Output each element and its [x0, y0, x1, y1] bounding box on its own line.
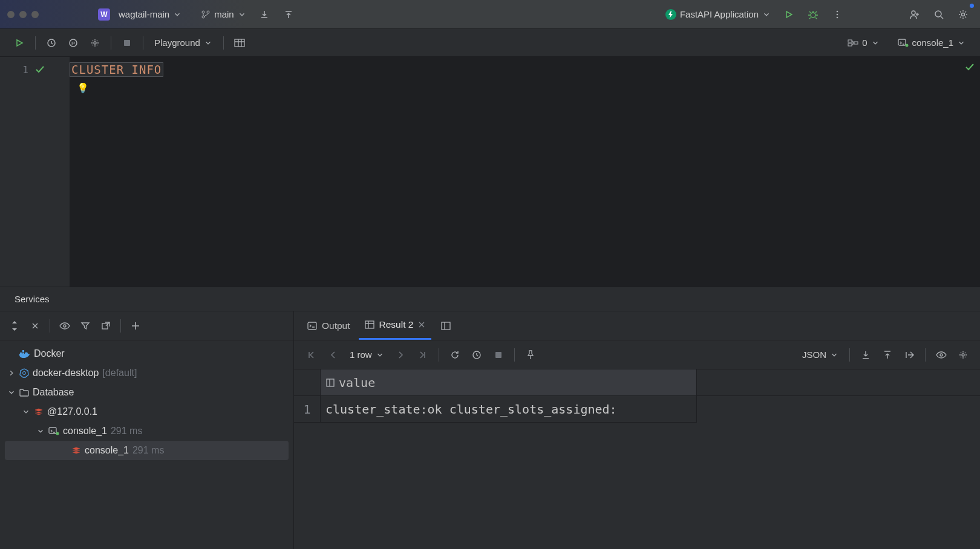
tree-item-host[interactable]: @127.0.0.1 [5, 402, 289, 421]
branch-name: main [214, 9, 234, 19]
row-count-selector[interactable]: 1 row [345, 347, 389, 362]
svg-point-30 [56, 432, 59, 435]
format-selector[interactable]: JSON [797, 347, 843, 362]
close-window[interactable] [7, 11, 15, 18]
check-icon [34, 64, 45, 75]
svg-point-4 [837, 10, 838, 12]
column-header[interactable]: value [321, 369, 697, 395]
import-icon[interactable] [900, 345, 919, 365]
tab-result[interactable]: Result 2 [359, 311, 432, 340]
close-icon[interactable] [25, 316, 45, 336]
divider [925, 348, 926, 362]
inspection-ok-icon[interactable] [964, 62, 975, 73]
run-button[interactable] [779, 5, 799, 24]
divider [143, 36, 143, 50]
grid-header: value [294, 369, 980, 396]
first-page-icon[interactable] [301, 345, 321, 365]
last-page-icon[interactable] [413, 345, 433, 365]
parameters-icon[interactable]: P [64, 33, 83, 53]
project-selector[interactable]: wagtail-main [115, 7, 185, 22]
tab-label: Result 2 [379, 319, 414, 330]
table-icon [365, 320, 374, 329]
playground-selector[interactable]: Playground [149, 35, 217, 50]
stop-button[interactable] [117, 33, 137, 53]
outgoing-changes-icon[interactable] [279, 5, 298, 24]
svg-rect-29 [49, 427, 56, 434]
grid-row[interactable]: 1 cluster_state:ok cluster_slots_assigne… [294, 396, 980, 423]
tree-item-console[interactable]: console_1 291 ms [5, 421, 289, 441]
cell-value[interactable]: cluster_state:ok cluster_slots_assigned: [321, 396, 697, 423]
tree-label: Database [33, 387, 74, 398]
terminal-icon [307, 322, 317, 330]
svg-rect-35 [495, 352, 501, 358]
chevron-down-icon [36, 427, 45, 435]
incoming-changes-icon[interactable] [255, 5, 274, 24]
services-toolbar [0, 311, 293, 340]
intention-bulb-icon[interactable]: 💡 [77, 82, 980, 94]
titlebar: W wagtail-main main FastAPI Application [0, 0, 980, 29]
editor-body[interactable]: CLUSTER INFO 💡 [70, 57, 980, 287]
code-with-me-icon[interactable] [905, 5, 924, 24]
prev-page-icon[interactable] [323, 345, 342, 365]
redis-icon [34, 408, 44, 416]
search-icon[interactable] [929, 5, 949, 24]
tree-item-docker[interactable]: Docker [5, 344, 289, 363]
divider [50, 319, 50, 333]
filter-icon[interactable] [76, 316, 95, 336]
divider [223, 36, 224, 50]
download-icon[interactable] [856, 345, 875, 365]
tab-output[interactable]: Output [301, 311, 356, 340]
branch-selector[interactable]: main [197, 7, 250, 22]
docker-icon [19, 349, 30, 358]
svg-point-20 [905, 44, 908, 47]
chevron-down-icon [22, 408, 30, 416]
maximize-window[interactable] [31, 11, 39, 18]
close-tab-icon[interactable] [418, 321, 425, 328]
branch-icon [201, 10, 211, 19]
more-menu[interactable] [828, 5, 847, 24]
services-panel: Docker docker-desktop [default] Database… [0, 311, 980, 549]
services-panel-title[interactable]: Services [0, 287, 980, 311]
tree-label: Docker [34, 348, 65, 359]
tree-label: console_1 [63, 426, 107, 437]
stop-icon[interactable] [489, 345, 508, 365]
show-hide-icon[interactable] [55, 316, 74, 336]
minimize-window[interactable] [19, 11, 27, 18]
debug-button[interactable] [803, 5, 823, 24]
upload-icon[interactable] [878, 345, 897, 365]
add-icon[interactable] [126, 316, 145, 336]
tx-icon [848, 38, 858, 48]
session-selector[interactable]: console_1 [893, 35, 970, 50]
svg-marker-27 [20, 369, 28, 377]
history-icon[interactable] [467, 345, 486, 365]
grid-corner[interactable] [294, 369, 321, 395]
settings-icon[interactable] [953, 345, 973, 365]
svg-rect-33 [442, 322, 450, 330]
editor[interactable]: 1 CLUSTER INFO 💡 [0, 57, 980, 287]
tx-status[interactable]: 0 [843, 35, 884, 50]
format-label: JSON [802, 349, 826, 360]
reload-icon[interactable] [445, 345, 465, 365]
tree-item-console-leaf[interactable]: console_1 291 ms [5, 441, 289, 460]
table-view-icon[interactable] [230, 33, 249, 53]
chevron-right-icon [7, 369, 16, 377]
view-icon[interactable] [932, 345, 951, 365]
svg-point-28 [23, 372, 26, 375]
execute-button[interactable] [10, 33, 29, 53]
layout-icon[interactable] [436, 316, 456, 336]
next-page-icon[interactable] [391, 345, 411, 365]
svg-point-2 [207, 11, 209, 13]
open-in-new-icon[interactable] [96, 316, 116, 336]
tree-item-database[interactable]: Database [5, 383, 289, 402]
settings-icon[interactable] [85, 33, 105, 53]
result-toolbar: 1 row JSON [294, 340, 980, 369]
expand-collapse-icon[interactable] [5, 316, 24, 336]
svg-rect-22 [102, 323, 108, 329]
tree-item-docker-desktop[interactable]: docker-desktop [default] [5, 363, 289, 383]
run-config-selector[interactable]: FastAPI Application [662, 7, 774, 22]
chevron-down-icon [376, 351, 384, 359]
history-icon[interactable] [42, 33, 61, 53]
services-tree[interactable]: Docker docker-desktop [default] Database… [0, 340, 293, 464]
settings-icon[interactable] [953, 5, 973, 24]
pin-icon[interactable] [521, 345, 540, 365]
